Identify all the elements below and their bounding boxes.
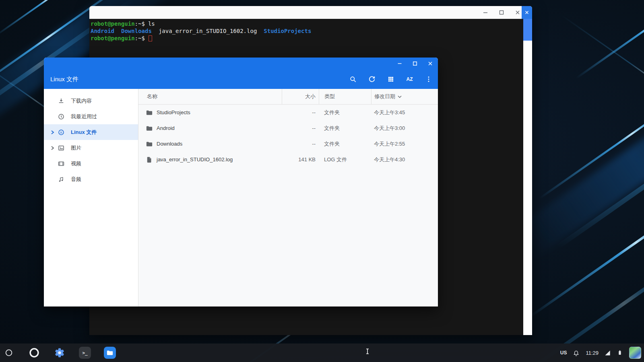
files-sidebar: 下载内容 我最近用过 Linux 文件 (44, 89, 138, 306)
launcher-button[interactable] (2, 346, 15, 359)
file-date: 今天上午3:45 (371, 105, 438, 120)
clock: 11:29 (586, 350, 599, 356)
file-size: -- (282, 136, 319, 152)
terminal-glyph: >_ (82, 350, 87, 356)
files-toolbar: Linux 文件 AZ (44, 70, 438, 89)
minimize-icon (483, 10, 488, 15)
settings-button[interactable] (53, 346, 66, 359)
file-icon (146, 156, 153, 163)
column-header-date[interactable]: 修改日期 (371, 89, 438, 104)
prompt-user: robot@penguin (91, 21, 135, 27)
folder-icon (146, 125, 153, 132)
chevron-right-icon[interactable] (47, 145, 57, 151)
terminal-cursor (149, 35, 152, 41)
file-row[interactable]: StudioProjects -- 文件夹 今天上午3:45 (138, 105, 438, 120)
search-button[interactable] (343, 70, 362, 89)
sidebar-item-linux-files[interactable]: Linux 文件 (44, 124, 138, 140)
ls-entry-file: java_error_in_STUDIO_1602.log (159, 28, 257, 34)
files-icon (104, 347, 116, 359)
refresh-button[interactable] (362, 70, 381, 89)
maximize-icon (413, 61, 417, 66)
file-row[interactable]: Downloads -- 文件夹 今天上午2:55 (138, 136, 438, 152)
ls-entry-dir: Android (91, 28, 114, 34)
terminal-line-current-prompt: robot@penguin:~$ (91, 35, 523, 42)
column-header-name[interactable]: 名称 (138, 89, 282, 104)
wallpaper-streak (561, 15, 644, 131)
chevron-right-icon[interactable] (47, 130, 57, 135)
terminal-scrollbar[interactable] (523, 19, 532, 335)
column-label: 大小 (305, 93, 316, 100)
launcher-icon (4, 348, 13, 357)
file-row[interactable]: Android -- 文件夹 今天上午3:00 (138, 120, 438, 136)
close-icon (524, 10, 529, 15)
maximize-button[interactable] (407, 58, 423, 70)
terminal-corner-close-button[interactable] (522, 6, 532, 19)
file-name: java_error_in_STUDIO_1602.log (157, 156, 233, 162)
sidebar-item-downloads[interactable]: 下载内容 (44, 93, 138, 109)
prompt-path: :~$ (135, 21, 145, 27)
sort-az-label: AZ (407, 76, 413, 82)
column-header-size[interactable]: 大小 (282, 89, 319, 104)
minimize-button[interactable] (392, 58, 407, 70)
folder-icon (146, 109, 153, 116)
file-date: 今天上午3:00 (371, 120, 438, 136)
file-size: -- (282, 120, 319, 136)
audio-icon (57, 176, 65, 183)
sidebar-item-audio[interactable]: 音频 (44, 171, 138, 187)
prompt-path: :~$ (135, 35, 145, 41)
more-menu-button[interactable] (419, 70, 438, 89)
file-type: 文件夹 (319, 105, 371, 120)
file-date: 今天上午4:30 (371, 152, 438, 167)
terminal-shelf-button[interactable]: >_ (78, 346, 91, 359)
keyboard-layout-indicator: US (560, 350, 567, 356)
files-app-window: Linux 文件 AZ (44, 58, 438, 306)
column-header-type[interactable]: 类型 (319, 89, 371, 104)
close-button[interactable] (423, 58, 438, 70)
wallpaper-streak (576, 0, 644, 79)
view-toggle-button[interactable] (381, 70, 400, 89)
refresh-icon (368, 75, 376, 83)
sidebar-item-recent[interactable]: 我最近用过 (44, 109, 138, 124)
terminal-line-prompt-command: robot@penguin:~$ls (91, 20, 523, 27)
file-type: 文件夹 (319, 136, 371, 152)
file-name-cell: java_error_in_STUDIO_1602.log (138, 152, 282, 167)
file-list: 名称 大小 类型 修改日期 StudioProjects -- 文件夹 今天上午… (138, 89, 438, 306)
terminal-line-ls-output: AndroidDownloadsjava_error_in_STUDIO_160… (91, 27, 523, 35)
file-name-cell: StudioProjects (138, 105, 282, 120)
column-label: 名称 (147, 93, 157, 100)
sidebar-item-label: 音频 (71, 176, 81, 183)
search-icon (349, 75, 357, 83)
files-window-controls (392, 58, 438, 70)
sidebar-item-label: Linux 文件 (71, 129, 97, 136)
maximize-icon (499, 10, 504, 15)
desktop[interactable]: robot@penguin:~$ls AndroidDownloadsjava_… (0, 0, 644, 362)
mouse-cursor-ibeam (365, 348, 369, 354)
sidebar-item-images[interactable]: 图片 (44, 140, 138, 156)
minimize-button[interactable] (477, 6, 493, 19)
files-shelf-button[interactable] (103, 346, 116, 359)
maximize-button[interactable] (493, 6, 510, 19)
terminal-icon: >_ (79, 347, 91, 359)
status-tray[interactable]: US 11:29 (559, 343, 625, 362)
chrome-button[interactable] (28, 346, 41, 359)
files-toolbar-actions: AZ (343, 70, 438, 89)
column-label: 类型 (324, 93, 335, 100)
sidebar-item-label: 下载内容 (71, 97, 92, 105)
folder-icon (146, 140, 153, 148)
close-icon (428, 61, 433, 66)
file-name-cell: Downloads (138, 136, 282, 152)
sort-button[interactable]: AZ (400, 70, 419, 89)
files-titlebar[interactable] (44, 58, 438, 70)
terminal-window-controls (477, 6, 526, 19)
image-icon (57, 144, 65, 152)
file-type: 文件夹 (319, 120, 371, 136)
file-type: LOG 文件 (319, 152, 371, 167)
file-name: Downloads (157, 141, 182, 147)
terminal-scrollbar-thumb[interactable] (523, 19, 532, 41)
terminal-titlebar[interactable] (89, 6, 532, 19)
screenshot-preview-thumbnail[interactable] (629, 347, 641, 359)
file-row[interactable]: java_error_in_STUDIO_1602.log 141 KB LOG… (138, 152, 438, 167)
gear-icon (54, 347, 65, 358)
file-size: 141 KB (282, 152, 319, 167)
sidebar-item-videos[interactable]: 视频 (44, 156, 138, 171)
